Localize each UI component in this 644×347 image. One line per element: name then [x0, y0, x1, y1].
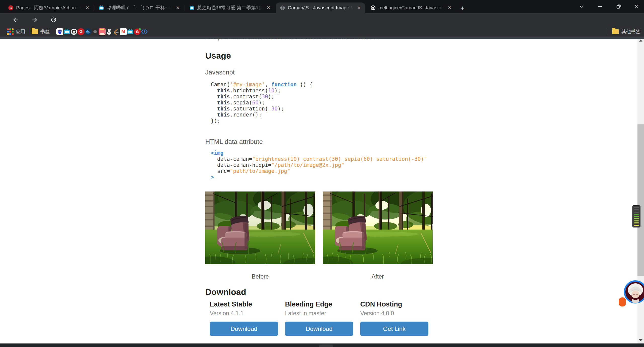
- scroll-down-arrow[interactable]: [637, 337, 644, 343]
- bookmark-bilibili2-icon[interactable]: [127, 28, 134, 35]
- bookmark-leetcode-icon[interactable]: [113, 28, 120, 35]
- javascript-label: Javascript: [205, 68, 235, 76]
- scrollbar-minimap-widget[interactable]: [632, 205, 640, 227]
- bookmark-bilibili-icon[interactable]: [63, 28, 70, 35]
- reload-icon[interactable]: [49, 16, 58, 24]
- tab-separator: [184, 6, 184, 11]
- new-tab-button[interactable]: +: [458, 4, 466, 12]
- before-image: [205, 191, 315, 264]
- restore-button[interactable]: [613, 2, 624, 11]
- tab-camanjs-active[interactable]: CamanJS - Javascript Image M ✕: [276, 3, 365, 13]
- scrollbar-thumb[interactable]: [637, 124, 644, 276]
- tab-close-icon[interactable]: ✕: [175, 5, 181, 11]
- apps-grid-icon: [7, 28, 14, 35]
- tab-search-chevron-icon[interactable]: [576, 2, 587, 11]
- column-title: CDN Hosting: [360, 300, 428, 308]
- bookmark-baidu-icon[interactable]: [56, 28, 63, 35]
- download-column-bleeding-edge: Bleeding Edge Latest in master Download: [285, 300, 353, 336]
- tab-title: 总之就是非常可爱 第二季第1集-: [197, 5, 263, 11]
- download-stable-button[interactable]: Download: [210, 322, 278, 336]
- tab-bilibili-video[interactable]: 总之就是非常可爱 第二季第1集- ✕: [185, 3, 275, 13]
- usage-heading: Usage: [205, 51, 231, 61]
- site-header-bottom-edge: [0, 37, 644, 39]
- bookmark-gmail-icon[interactable]: [120, 28, 127, 35]
- bookmark-code-brackets-icon[interactable]: [141, 28, 148, 35]
- download-edge-button[interactable]: Download: [285, 322, 353, 336]
- bookmark-docker-icon[interactable]: [85, 28, 92, 35]
- bookmark-rabbit-icon[interactable]: [106, 28, 113, 35]
- tab-close-icon[interactable]: ✕: [356, 5, 362, 11]
- html-attribute-label: HTML data attribute: [205, 138, 263, 146]
- page-content: Independent and works both in NodeJS and…: [0, 37, 644, 343]
- after-label: After: [323, 273, 433, 280]
- tab-bilibili-home[interactable]: 哔哩哔哩 ( ゜- ゜)つロ 干杯~-bili ✕: [95, 3, 184, 13]
- floating-avatar[interactable]: [624, 280, 644, 303]
- download-column-latest-stable: Latest Stable Version 4.1.1 Download: [210, 300, 278, 336]
- bilibili-icon: [99, 5, 104, 11]
- other-bookmarks-label[interactable]: 其他书签: [621, 28, 640, 35]
- tab-gitee-pages[interactable]: Pages · 阿超/VampireAchao - G ✕: [4, 3, 94, 13]
- forward-icon[interactable]: [30, 16, 39, 24]
- get-link-button[interactable]: Get Link: [360, 322, 428, 336]
- before-label: Before: [205, 273, 315, 280]
- tab-close-icon[interactable]: ✕: [265, 5, 272, 11]
- minimize-button[interactable]: [594, 2, 606, 11]
- html-code-block: <img data-caman="brightness(10) contrast…: [211, 150, 427, 180]
- tab-title: CamanJS - Javascript Image M: [288, 5, 353, 11]
- close-window-button[interactable]: [631, 2, 642, 11]
- bookmarks-folder[interactable]: 书签: [32, 28, 50, 35]
- gitee-icon: [8, 5, 14, 11]
- folder-label: 书签: [40, 28, 50, 35]
- tab-title: 哔哩哔哩 ( ゜- ゜)つロ 干杯~-bili: [107, 5, 172, 11]
- tab-close-icon[interactable]: ✕: [446, 5, 453, 11]
- bookmarks-separator: [607, 29, 607, 35]
- taskbar-peek-button[interactable]: [319, 344, 333, 347]
- other-bookmarks-folder-icon: [612, 29, 619, 34]
- column-title: Latest Stable: [210, 300, 278, 308]
- bookmark-anime-icon[interactable]: [99, 28, 106, 35]
- github-icon: [370, 5, 376, 11]
- download-heading: Download: [205, 287, 246, 297]
- bookmark-gitee2-icon[interactable]: [134, 28, 141, 35]
- after-image: [323, 191, 433, 264]
- back-icon[interactable]: [12, 16, 20, 24]
- column-subtitle: Version 4.1.1: [210, 310, 278, 317]
- tab-close-icon[interactable]: ✕: [84, 5, 91, 11]
- tab-github-camanjs[interactable]: meltingice/CamanJS: Javascrip ✕: [366, 3, 456, 13]
- globe-icon: [280, 5, 285, 11]
- folder-icon: [32, 29, 38, 34]
- browser-toolbar: 不安全 camanjs.com 2 ⋮: [0, 13, 644, 26]
- taskbar-edge: [0, 343, 644, 347]
- bookmarks-bar: 应用 书签 其他书签: [0, 26, 644, 37]
- bookmark-monkey-icon[interactable]: [92, 28, 99, 35]
- tab-title: meltingice/CamanJS: Javascrip: [378, 5, 444, 11]
- download-column-cdn: CDN Hosting Version 4.0.0 Get Link: [360, 300, 428, 336]
- apps-shortcut[interactable]: 应用: [7, 28, 25, 35]
- bilibili-icon: [189, 5, 195, 11]
- tab-title: Pages · 阿超/VampireAchao - G: [16, 5, 82, 11]
- column-subtitle: Version 4.0.0: [360, 310, 428, 317]
- column-subtitle: Latest in master: [285, 310, 353, 317]
- bookmark-github-icon[interactable]: [70, 28, 77, 35]
- apps-label: 应用: [16, 28, 25, 35]
- tab-strip: Pages · 阿超/VampireAchao - G ✕ 哔哩哔哩 ( ゜- …: [0, 0, 644, 13]
- column-title: Bleeding Edge: [285, 300, 353, 308]
- tab-separator: [94, 6, 94, 11]
- bookmark-gitee-icon[interactable]: [77, 28, 85, 35]
- javascript-code-block: Caman('#my-image', function () { this.br…: [211, 82, 313, 124]
